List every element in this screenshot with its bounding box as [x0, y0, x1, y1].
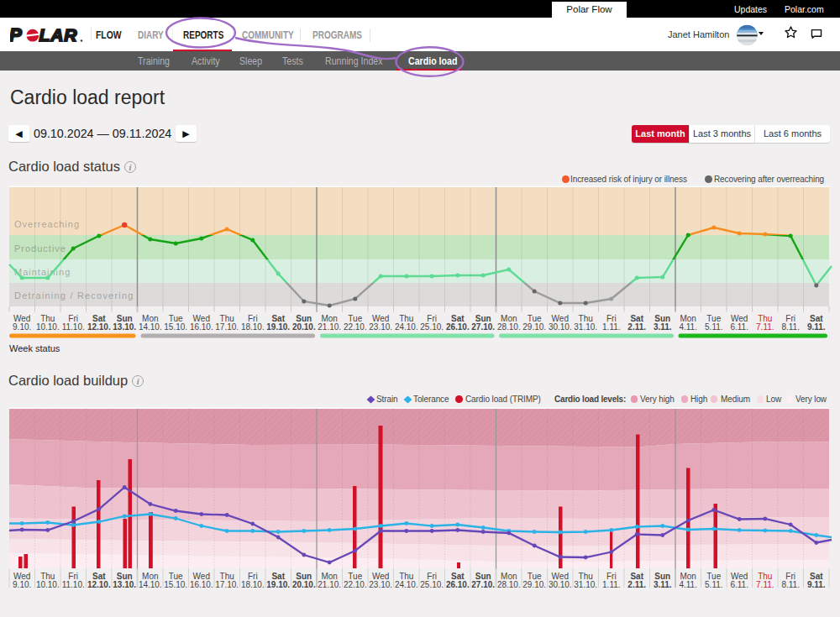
- svg-text:26.10.: 26.10.: [446, 580, 470, 589]
- svg-text:28.10.: 28.10.: [497, 580, 521, 589]
- svg-text:30.10.: 30.10.: [549, 580, 572, 589]
- svg-text:22.10.: 22.10.: [344, 322, 367, 332]
- svg-text:14.10.: 14.10.: [139, 322, 162, 332]
- svg-text:9.11.: 9.11.: [807, 580, 826, 589]
- svg-text:11.10.: 11.10.: [62, 322, 85, 332]
- svg-text:9.10.: 9.10.: [13, 580, 31, 589]
- svg-text:24.10.: 24.10.: [395, 580, 418, 589]
- svg-text:20.10.: 20.10.: [292, 322, 316, 332]
- svg-text:31.10.: 31.10.: [574, 580, 597, 589]
- svg-text:8.11.: 8.11.: [781, 322, 800, 332]
- svg-text:3.11.: 3.11.: [654, 580, 672, 589]
- svg-text:30.10.: 30.10.: [549, 322, 572, 332]
- svg-text:23.10.: 23.10.: [369, 580, 392, 589]
- svg-text:4.11.: 4.11.: [679, 580, 697, 589]
- svg-text:21.10.: 21.10.: [318, 580, 341, 589]
- svg-text:27.10.: 27.10.: [471, 580, 495, 589]
- svg-text:16.10.: 16.10.: [190, 580, 213, 589]
- svg-text:23.10.: 23.10.: [369, 322, 392, 332]
- svg-text:13.10.: 13.10.: [113, 322, 136, 332]
- svg-text:14.10.: 14.10.: [139, 580, 162, 589]
- svg-text:Detraining / Recovering: Detraining / Recovering: [14, 290, 134, 301]
- svg-text:P: P: [10, 24, 22, 45]
- svg-text:1.11.: 1.11.: [602, 322, 621, 332]
- svg-text:31.10.: 31.10.: [574, 322, 597, 332]
- svg-text:17.10.: 17.10.: [215, 580, 239, 589]
- svg-text:7.11.: 7.11.: [756, 580, 774, 589]
- svg-text:20.10.: 20.10.: [292, 580, 316, 589]
- svg-text:26.10.: 26.10.: [446, 322, 470, 332]
- svg-text:2.11.: 2.11.: [627, 322, 646, 332]
- svg-text:2.11.: 2.11.: [627, 580, 646, 589]
- svg-text:8.11.: 8.11.: [781, 580, 800, 589]
- svg-text:22.10.: 22.10.: [344, 580, 367, 589]
- svg-text:13.10.: 13.10.: [113, 580, 136, 589]
- svg-text:25.10.: 25.10.: [420, 580, 444, 589]
- svg-text:LAR: LAR: [39, 25, 78, 44]
- svg-text:11.10.: 11.10.: [62, 580, 85, 589]
- svg-text:12.10.: 12.10.: [87, 580, 111, 589]
- svg-text:17.10.: 17.10.: [215, 322, 239, 332]
- svg-text:3.11.: 3.11.: [654, 322, 672, 332]
- svg-text:29.10.: 29.10.: [522, 580, 546, 589]
- svg-text:27.10.: 27.10.: [471, 322, 495, 332]
- svg-text:10.10.: 10.10.: [36, 322, 60, 332]
- svg-text:21.10.: 21.10.: [318, 322, 341, 332]
- svg-text:10.10.: 10.10.: [36, 580, 60, 589]
- svg-text:24.10.: 24.10.: [395, 322, 418, 332]
- svg-text:28.10.: 28.10.: [497, 322, 521, 332]
- svg-text:1.11.: 1.11.: [602, 580, 621, 589]
- svg-text:5.11.: 5.11.: [705, 322, 723, 332]
- svg-text:9.10.: 9.10.: [13, 322, 31, 332]
- svg-text:Maintaining: Maintaining: [14, 267, 71, 277]
- svg-text:Productive: Productive: [14, 243, 66, 254]
- svg-text:6.11.: 6.11.: [730, 322, 748, 332]
- svg-text:19.10.: 19.10.: [266, 580, 290, 589]
- svg-text:7.11.: 7.11.: [756, 322, 774, 332]
- svg-text:6.11.: 6.11.: [730, 580, 748, 589]
- svg-text:29.10.: 29.10.: [522, 322, 546, 332]
- svg-text:Overreaching: Overreaching: [14, 219, 80, 229]
- svg-text:19.10.: 19.10.: [266, 322, 290, 332]
- svg-text:4.11.: 4.11.: [679, 322, 697, 332]
- svg-text:5.11.: 5.11.: [705, 580, 723, 589]
- svg-text:15.10.: 15.10.: [164, 580, 187, 589]
- svg-text:25.10.: 25.10.: [420, 322, 444, 332]
- svg-text:12.10.: 12.10.: [87, 322, 111, 332]
- svg-text:15.10.: 15.10.: [164, 322, 187, 332]
- svg-text:9.11.: 9.11.: [807, 322, 826, 332]
- svg-text:18.10.: 18.10.: [241, 580, 265, 589]
- svg-text:18.10.: 18.10.: [241, 322, 265, 332]
- svg-text:Week status: Week status: [9, 343, 60, 353]
- svg-text:16.10.: 16.10.: [190, 322, 213, 332]
